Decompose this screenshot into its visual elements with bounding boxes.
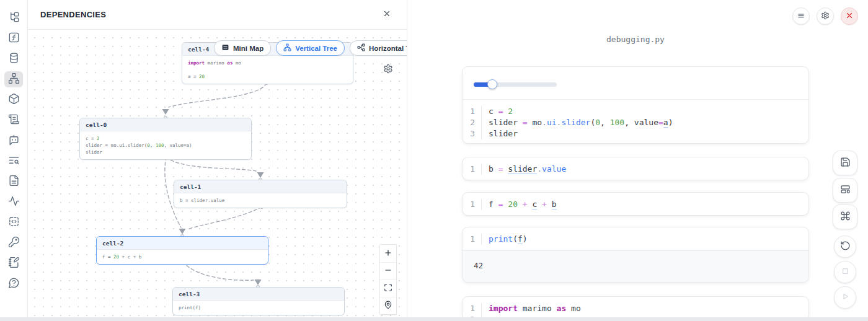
sidebar-item-snippets[interactable] [4, 214, 23, 231]
sidebar-item-secrets[interactable] [4, 235, 23, 251]
text-search-icon [8, 154, 20, 169]
close-icon [845, 11, 854, 22]
code-editor[interactable]: 1b = slider.value [463, 157, 808, 180]
graph-node-code: print(f) [173, 301, 344, 315]
slider-handle[interactable] [487, 79, 497, 89]
graph-node-title: cell-3 [173, 288, 344, 301]
minimap-icon [221, 43, 229, 53]
file-tree-icon [8, 11, 20, 25]
save-icon [840, 157, 851, 169]
horizontal-tree-icon [357, 43, 365, 53]
activity-icon [8, 195, 20, 209]
hamburger-icon [797, 11, 805, 22]
file-text-icon [8, 175, 20, 189]
graph-node-title: cell-1 [174, 180, 347, 193]
scratchpad-pen-icon [8, 257, 20, 271]
snippets-code-icon [8, 216, 20, 230]
undo-icon [840, 240, 851, 253]
plus-icon [384, 248, 392, 259]
maximize-icon [384, 283, 392, 294]
marimo-app: DEPENDENCIES [0, 0, 868, 321]
dependencies-panel: DEPENDENCIES [28, 0, 407, 321]
notebook-menu-button[interactable] [792, 7, 810, 25]
map-pin-icon [384, 301, 392, 311]
graph-node-code: c = 2slider = mo.ui.slider(0, 100, value… [80, 131, 251, 159]
undo-button[interactable] [834, 235, 856, 258]
sidebar-item-files[interactable] [4, 10, 23, 26]
sidebar-item-help[interactable] [4, 276, 23, 292]
graph-settings-button[interactable] [382, 63, 394, 76]
save-button[interactable] [833, 151, 857, 175]
dependencies-header: DEPENDENCIES [28, 0, 407, 30]
run-button[interactable] [834, 286, 856, 309]
cell-output: 42 [463, 250, 808, 283]
notebook-area: debugging.py 1c = 22slider = mo.ui.slide… [407, 0, 868, 321]
graph-node-code: f = 20 + c + b [97, 250, 268, 264]
notebook-cell-print[interactable]: 1print(f) 42 [462, 227, 809, 283]
code-editor[interactable]: 1print(f) [463, 227, 808, 250]
code-editor[interactable]: 1f = 20 + c + b [463, 193, 808, 216]
graph-node-title: cell-2 [97, 237, 268, 250]
play-icon [840, 291, 851, 304]
graph-node-code: import marimo as mo a = 20 [182, 56, 353, 84]
panel-title: DEPENDENCIES [40, 10, 106, 19]
vertical-tree-button[interactable]: Vertical Tree [276, 40, 345, 56]
graph-zoom-controls [379, 244, 397, 315]
key-icon [8, 236, 20, 250]
graph-node-cell-1[interactable]: cell-1 b = slider.value [174, 180, 347, 208]
package-box-icon [8, 93, 20, 107]
code-editor[interactable]: 1import marimo as mo2 [463, 297, 808, 321]
bot-chat-icon [8, 134, 20, 148]
command-icon [840, 211, 851, 223]
notebook-cell-slider[interactable]: 1c = 22slider = mo.ui.slider(0, 100, val… [462, 66, 809, 144]
notebook-cell-import[interactable]: 1import marimo as mo2 [462, 296, 809, 321]
gear-icon [821, 11, 830, 22]
center-view-button[interactable] [380, 297, 396, 314]
slider-track[interactable] [474, 82, 557, 87]
graph-node-cell-2[interactable]: cell-2 f = 20 + c + b [96, 236, 268, 265]
minus-icon [384, 266, 392, 276]
notebook-cell-b[interactable]: 1b = slider.value [462, 157, 809, 180]
shutdown-button[interactable] [841, 7, 858, 25]
icon-sidebar [0, 0, 28, 321]
sidebar-item-chat[interactable] [4, 133, 23, 149]
scroll-logs-icon [8, 113, 20, 128]
database-icon [8, 52, 20, 66]
sidebar-item-search[interactable] [4, 153, 23, 169]
sidebar-item-scratchpad[interactable] [4, 255, 23, 271]
sidebar-item-tracing[interactable] [4, 194, 23, 210]
vertical-tree-icon [283, 43, 291, 53]
gear-icon [383, 66, 393, 76]
stop-button[interactable] [834, 261, 856, 283]
notebook-cell-f[interactable]: 1f = 20 + c + b [462, 192, 809, 216]
stop-icon [840, 266, 851, 278]
graph-view-toolbar: Mini Map Vertical Tree Horizontal Tree [214, 40, 407, 56]
graph-node-code: b = slider.value [174, 193, 347, 208]
command-palette-button[interactable] [833, 204, 857, 229]
sidebar-item-variables[interactable] [4, 30, 23, 46]
function-square-icon [8, 32, 20, 46]
graph-node-cell-3[interactable]: cell-3 print(f) [172, 287, 345, 315]
layout-panels-icon [840, 184, 851, 196]
sidebar-item-packages[interactable] [4, 92, 23, 108]
notebook-settings-button[interactable] [817, 7, 834, 25]
sidebar-item-logs[interactable] [4, 112, 23, 128]
sidebar-item-datasources[interactable] [4, 51, 23, 67]
help-circle-icon [8, 277, 20, 291]
layout-button[interactable] [833, 178, 857, 203]
dependency-graph-canvas[interactable]: cell-4 import marimo as mo a = 20 cell-0… [28, 30, 407, 317]
notebook-filename: debugging.py [462, 35, 809, 44]
fit-view-button[interactable] [380, 279, 396, 297]
panel-close-button[interactable] [379, 7, 394, 22]
code-editor[interactable]: 1c = 22slider = mo.ui.slider(0, 100, val… [463, 100, 808, 144]
zoom-in-button[interactable] [380, 245, 396, 262]
graph-node-cell-0[interactable]: cell-0 c = 2slider = mo.ui.slider(0, 100… [79, 118, 252, 160]
minimap-button[interactable]: Mini Map [214, 40, 271, 56]
graph-node-title: cell-0 [80, 118, 251, 131]
horizontal-tree-button[interactable]: Horizontal Tree [350, 40, 407, 56]
close-icon [383, 9, 391, 20]
sidebar-item-dependencies[interactable] [4, 71, 23, 87]
dependency-graph-icon [8, 73, 20, 87]
zoom-out-button[interactable] [380, 262, 396, 279]
sidebar-item-documentation[interactable] [4, 174, 23, 190]
